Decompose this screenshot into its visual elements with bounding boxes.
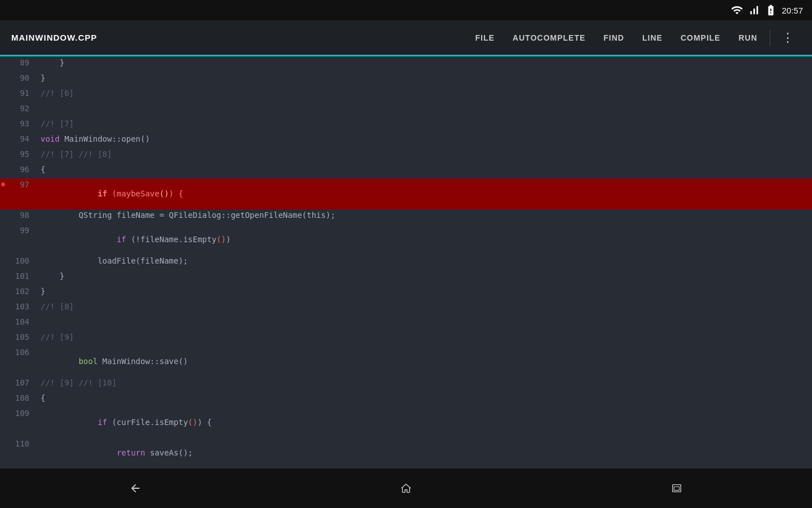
code-line: {: [36, 392, 812, 407]
clock: 20:57: [782, 6, 803, 15]
line-number: 111: [0, 468, 36, 468]
battery-icon: [765, 4, 777, 16]
line-number: 109: [0, 407, 36, 437]
back-button[interactable]: [113, 474, 158, 502]
signal-icon: [748, 4, 760, 16]
table-row: 96 {: [0, 163, 812, 178]
code-line: //! [6]: [36, 87, 812, 102]
svg-rect-1: [674, 487, 679, 490]
home-icon: [400, 482, 412, 494]
find-button[interactable]: FIND: [595, 29, 632, 47]
toolbar: MAINWINDOW.CPP FILE AUTOCOMPLETE FIND LI…: [0, 20, 812, 56]
code-line: void MainWindow::open(): [36, 133, 812, 148]
line-number: 108: [0, 392, 36, 407]
table-row: 90 }: [0, 72, 812, 87]
line-number: 95: [0, 148, 36, 163]
recents-button[interactable]: [654, 474, 699, 502]
code-line: //! [9]: [36, 331, 812, 346]
table-row: 94 void MainWindow::open(): [0, 133, 812, 148]
compile-button[interactable]: COMPILE: [673, 29, 729, 47]
table-row: 98 QString fileName = QFileDialog::getOp…: [0, 209, 812, 224]
back-icon: [129, 482, 142, 494]
line-button[interactable]: LINE: [634, 29, 670, 47]
line-number: 92: [0, 102, 36, 117]
line-number: 105: [0, 331, 36, 346]
code-line: //! [9] //! [10]: [36, 376, 812, 392]
line-number: 104: [0, 316, 36, 331]
table-row: 99 if (!fileName.isEmpty()): [0, 224, 812, 255]
code-line: }: [36, 285, 812, 300]
code-line: if (curFile.isEmpty()) {: [36, 407, 812, 437]
recents-icon: [670, 482, 683, 494]
bottom-nav: [0, 468, 812, 508]
table-row: 109 if (curFile.isEmpty()) {: [0, 407, 812, 437]
code-line: [36, 316, 812, 331]
line-number: 89: [0, 56, 36, 72]
code-line: if (maybeSave()) {: [36, 178, 812, 209]
toolbar-divider: [770, 29, 770, 46]
table-row: 107 //! [9] //! [10]: [0, 376, 812, 392]
code-line: //! [8]: [36, 300, 812, 316]
line-number: 106: [0, 346, 36, 376]
table-row: 91 //! [6]: [0, 87, 812, 102]
code-line: if (!fileName.isEmpty()): [36, 224, 812, 255]
toolbar-nav: FILE AUTOCOMPLETE FIND LINE COMPILE RUN …: [467, 26, 801, 49]
table-row: 102 }: [0, 285, 812, 300]
table-row: 95 //! [7] //! [8]: [0, 148, 812, 163]
run-button[interactable]: RUN: [731, 29, 765, 47]
table-row: 92: [0, 102, 812, 117]
file-button[interactable]: FILE: [467, 29, 502, 47]
autocomplete-button[interactable]: AUTOCOMPLETE: [505, 29, 593, 47]
line-number: 100: [0, 255, 36, 270]
table-row: 93 //! [7]: [0, 117, 812, 133]
table-row: 104: [0, 316, 812, 331]
code-line: loadFile(fileName);: [36, 255, 812, 270]
line-number: 103: [0, 300, 36, 316]
table-row: 100 loadFile(fileName);: [0, 255, 812, 270]
status-bar: 20:57: [0, 0, 812, 20]
line-number: 101: [0, 270, 36, 285]
code-line: [36, 102, 812, 117]
code-line: }: [36, 270, 812, 285]
line-number: 110: [0, 437, 36, 468]
code-line: bool MainWindow::save(): [36, 346, 812, 376]
code-line: //! [7] //! [8]: [36, 148, 812, 163]
table-row: 101 }: [0, 270, 812, 285]
table-row: 97 if (maybeSave()) {: [0, 178, 812, 209]
line-number: 107: [0, 376, 36, 392]
table-row: 103 //! [8]: [0, 300, 812, 316]
more-options-icon[interactable]: ⋮: [775, 26, 801, 49]
file-title: MAINWINDOW.CPP: [11, 33, 467, 42]
table-row: 105 //! [9]: [0, 331, 812, 346]
line-number: 93: [0, 117, 36, 133]
code-line: }: [36, 72, 812, 87]
code-editor[interactable]: 89 } 90 } 91 //! [6] 92 93 //! [7] 94 vo…: [0, 56, 812, 468]
table-row: 89 }: [0, 56, 812, 72]
line-number: 98: [0, 209, 36, 224]
code-line: }: [36, 56, 812, 72]
code-line: //! [7]: [36, 117, 812, 133]
line-number: 91: [0, 87, 36, 102]
line-number: 99: [0, 224, 36, 255]
code-line: {: [36, 163, 812, 178]
line-number: 94: [0, 133, 36, 148]
wifi-icon: [731, 4, 743, 16]
line-number: 97: [0, 178, 36, 209]
code-line: return saveAs();: [36, 437, 812, 468]
table-row: 110 return saveAs();: [0, 437, 812, 468]
line-number: 96: [0, 163, 36, 178]
code-content: 89 } 90 } 91 //! [6] 92 93 //! [7] 94 vo…: [0, 56, 812, 468]
line-number: 90: [0, 72, 36, 87]
status-icons: 20:57: [731, 4, 803, 16]
line-number: 102: [0, 285, 36, 300]
home-button[interactable]: [383, 474, 429, 502]
table-row: 108 {: [0, 392, 812, 407]
table-row: 106 bool MainWindow::save(): [0, 346, 812, 376]
code-line: QString fileName = QFileDialog::getOpenF…: [36, 209, 812, 224]
